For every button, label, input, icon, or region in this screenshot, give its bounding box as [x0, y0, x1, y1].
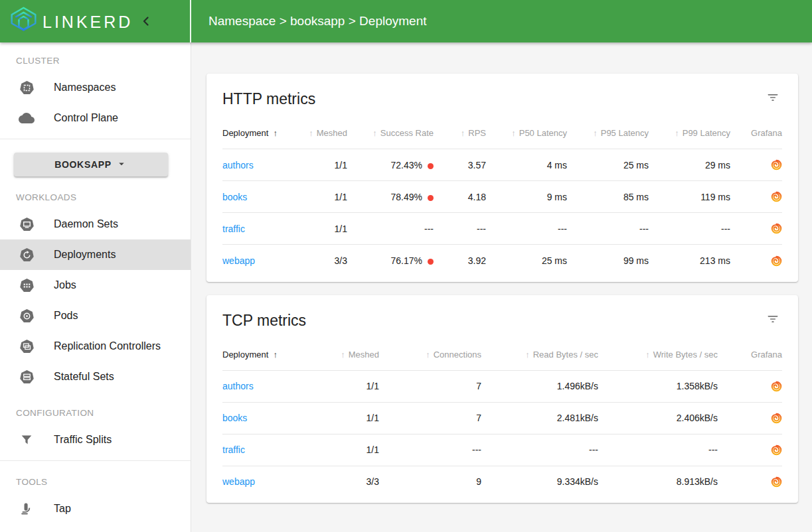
column-header-deployment[interactable]: Deployment↑ — [222, 108, 295, 149]
http-metrics-table: Deployment↑ ↑Meshed ↑Success Rate ↑RPS ↑… — [222, 108, 782, 277]
column-header-write-bytes[interactable]: ↑Write Bytes / sec — [598, 330, 718, 371]
column-header-p99-latency[interactable]: ↑P99 Latency — [649, 108, 730, 149]
caret-down-icon — [116, 158, 127, 172]
linkerd-logo-icon — [9, 6, 39, 38]
column-header-meshed[interactable]: ↑Meshed — [295, 330, 379, 371]
sort-arrow-icon: ↑ — [309, 128, 313, 138]
linkerd-logo[interactable]: LINKERD — [9, 6, 133, 38]
sidebar-item-traffic-splits[interactable]: Traffic Splits — [0, 425, 191, 455]
table-row: authors 1/1 72.43% 3.57 4 ms 25 ms 29 ms — [222, 149, 782, 181]
sort-arrow-icon: ↑ — [372, 128, 377, 138]
grafana-link[interactable] — [771, 381, 782, 392]
grafana-icon — [771, 476, 782, 488]
status-dot — [428, 259, 434, 265]
column-header-deployment[interactable]: Deployment↑ — [222, 330, 295, 371]
sort-arrow-icon: ↑ — [525, 350, 530, 360]
p99-value: 29 ms — [649, 149, 730, 181]
success-rate-value: 72.43% — [347, 149, 434, 181]
deployment-link[interactable]: books — [222, 413, 247, 423]
connections-value: 9 — [379, 466, 481, 498]
linkerd-dashboard: LINKERD Namespace > booksapp > Deploymen… — [0, 0, 812, 532]
rps-value: 3.92 — [434, 245, 486, 277]
app-bar: LINKERD Namespace > booksapp > Deploymen… — [0, 0, 812, 42]
column-header-connections[interactable]: ↑Connections — [379, 330, 481, 371]
p50-value: --- — [486, 213, 567, 245]
tcp-metrics-card: TCP metrics Deployment↑ ↑Meshed ↑Conn — [206, 295, 798, 503]
p95-value: --- — [567, 213, 649, 245]
meshed-value: 1/1 — [295, 149, 347, 181]
column-header-p95-latency[interactable]: ↑P95 Latency — [567, 108, 649, 149]
http-metrics-title: HTTP metrics — [222, 90, 315, 108]
sidebar-item-label: Traffic Splits — [54, 434, 112, 446]
jobs-icon — [19, 277, 35, 293]
sort-arrow-icon: ↑ — [593, 128, 598, 138]
meshed-value: 1/1 — [295, 370, 379, 402]
read-bytes-value: 9.334kB/s — [481, 466, 598, 498]
sidebar-item-control-plane[interactable]: Control Plane — [0, 103, 191, 133]
deployment-link[interactable]: webapp — [222, 476, 255, 487]
tcp-metrics-table: Deployment↑ ↑Meshed ↑Connections ↑Read B… — [222, 330, 782, 498]
grafana-link[interactable] — [771, 444, 782, 456]
table-row: webapp 3/3 9 9.334kB/s 8.913kB/s — [222, 466, 782, 498]
column-header-meshed[interactable]: ↑Meshed — [295, 108, 347, 149]
sidebar-item-tap[interactable]: Tap — [0, 494, 191, 524]
write-bytes-value: --- — [598, 434, 718, 466]
sidebar-divider — [0, 460, 191, 461]
sidebar-item-stateful-sets[interactable]: Stateful Sets — [0, 362, 191, 392]
read-bytes-value: 1.496kB/s — [481, 370, 598, 402]
deployment-link[interactable]: traffic — [222, 444, 245, 455]
table-row: books 1/1 78.49% 4.18 9 ms 85 ms 119 ms — [222, 181, 782, 213]
grafana-icon — [771, 255, 782, 267]
write-bytes-value: 1.358kB/s — [598, 370, 718, 402]
namespace-selector-button[interactable]: BOOKSAPP — [14, 153, 168, 176]
filter-button[interactable] — [764, 311, 782, 330]
table-row: traffic 1/1 --- --- --- --- --- — [222, 213, 782, 245]
sidebar-item-deployments[interactable]: Deployments — [0, 239, 191, 270]
column-header-read-bytes[interactable]: ↑Read Bytes / sec — [481, 330, 598, 371]
sidebar-item-pods[interactable]: Pods — [0, 300, 191, 331]
column-header-grafana: Grafana — [730, 108, 782, 149]
column-header-rps[interactable]: ↑RPS — [434, 108, 486, 149]
deployment-link[interactable]: webapp — [222, 255, 255, 266]
grafana-link[interactable] — [771, 191, 782, 202]
sidebar-item-daemon-sets[interactable]: Daemon Sets — [0, 209, 191, 239]
sidebar-item-namespaces[interactable]: Namespaces — [0, 72, 191, 103]
sidebar-item-replication-controllers[interactable]: Replication Controllers — [0, 331, 191, 362]
sidebar-collapse-button[interactable] — [137, 13, 155, 32]
deployment-link[interactable]: books — [222, 192, 247, 202]
grafana-link[interactable] — [771, 413, 782, 424]
section-label-configuration: CONFIGURATION — [16, 408, 175, 418]
column-header-p50-latency[interactable]: ↑P50 Latency — [486, 108, 567, 149]
grafana-link[interactable] — [771, 476, 782, 488]
sidebar-item-label: Tap — [54, 503, 71, 515]
table-header-row: Deployment↑ ↑Meshed ↑Success Rate ↑RPS ↑… — [222, 108, 782, 149]
grafana-link[interactable] — [771, 223, 782, 234]
p50-value: 4 ms — [486, 149, 567, 181]
success-rate-value: 76.17% — [347, 245, 434, 277]
success-rate-value: --- — [347, 213, 434, 245]
tcp-metrics-title: TCP metrics — [222, 311, 306, 330]
grafana-link[interactable] — [771, 255, 782, 267]
section-label-workloads: WORKLOADS — [16, 192, 175, 202]
deployment-link[interactable]: authors — [222, 381, 254, 391]
sidebar-item-jobs[interactable]: Jobs — [0, 270, 191, 300]
sidebar-item-label: Replication Controllers — [54, 340, 161, 352]
p95-value: 99 ms — [567, 245, 649, 277]
deployment-link[interactable]: traffic — [222, 224, 245, 234]
table-row: books 1/1 7 2.481kB/s 2.406kB/s — [222, 402, 782, 434]
filter-button[interactable] — [764, 90, 782, 108]
write-bytes-value: 8.913kB/s — [598, 466, 718, 498]
sidebar-item-label: Deployments — [54, 249, 116, 261]
table-row: authors 1/1 7 1.496kB/s 1.358kB/s — [222, 370, 782, 402]
grafana-link[interactable] — [771, 159, 782, 170]
success-rate-value: 78.49% — [347, 181, 434, 213]
logo-wordmark: LINKERD — [42, 13, 133, 32]
filter-list-icon — [766, 312, 779, 328]
deployment-link[interactable]: authors — [222, 160, 254, 170]
sidebar-item-label: Stateful Sets — [54, 371, 114, 383]
column-header-success-rate[interactable]: ↑Success Rate — [347, 108, 434, 149]
status-dot — [428, 195, 434, 201]
stateful-sets-icon — [19, 369, 35, 385]
p50-value: 9 ms — [486, 181, 567, 213]
deployments-icon — [19, 247, 35, 263]
